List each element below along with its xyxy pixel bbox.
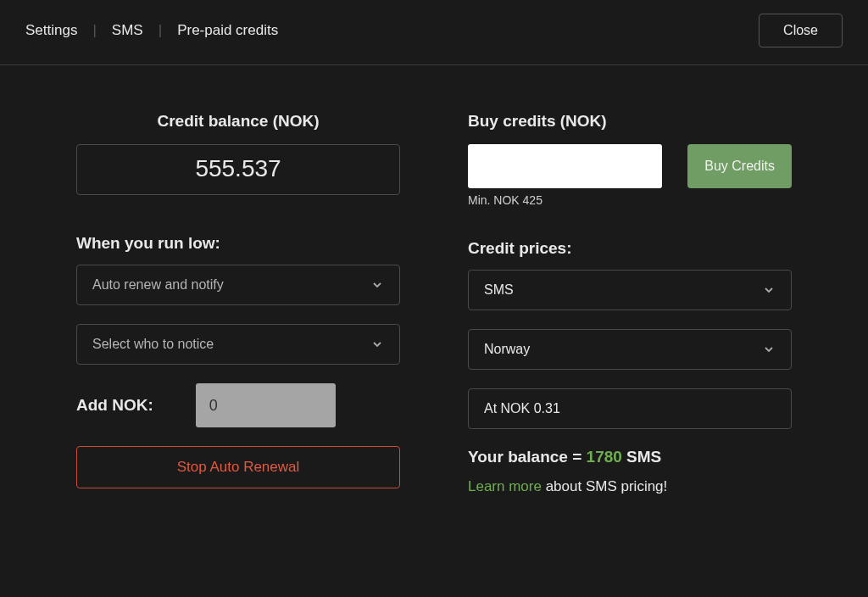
buy-credits-button[interactable]: Buy Credits bbox=[687, 144, 792, 188]
add-nok-input[interactable] bbox=[196, 383, 336, 427]
breadcrumb-prepaid[interactable]: Pre-paid credits bbox=[177, 22, 278, 39]
learn-more-line: Learn more about SMS pricing! bbox=[468, 478, 792, 495]
chevron-down-icon bbox=[762, 343, 776, 356]
breadcrumb-sms[interactable]: SMS bbox=[112, 22, 143, 39]
close-button[interactable]: Close bbox=[759, 14, 843, 47]
credit-balance-value: 555.537 bbox=[76, 144, 400, 195]
balance-sms-line: Your balance = 1780 SMS bbox=[468, 448, 792, 466]
credit-prices-label: Credit prices: bbox=[468, 239, 792, 258]
add-nok-label: Add NOK: bbox=[76, 396, 153, 415]
price-type-value: SMS bbox=[484, 282, 514, 298]
price-country-value: Norway bbox=[484, 342, 530, 357]
notice-select[interactable]: Select who to notice bbox=[76, 324, 400, 365]
learn-more-link[interactable]: Learn more bbox=[468, 478, 542, 494]
price-country-select[interactable]: Norway bbox=[468, 329, 792, 370]
stop-auto-renewal-button[interactable]: Stop Auto Renewal bbox=[76, 446, 400, 488]
balance-sms-count: 1780 bbox=[587, 448, 622, 466]
buy-credits-input[interactable] bbox=[468, 144, 662, 188]
chevron-down-icon bbox=[370, 278, 384, 292]
chevron-down-icon bbox=[370, 338, 384, 351]
price-rate-box: At NOK 0.31 bbox=[468, 388, 792, 429]
breadcrumb: Settings | SMS | Pre-paid credits bbox=[25, 22, 278, 39]
buy-credits-title: Buy credits (NOK) bbox=[468, 112, 792, 131]
autorenew-select[interactable]: Auto renew and notify bbox=[76, 265, 400, 305]
credit-balance-title: Credit balance (NOK) bbox=[76, 112, 400, 131]
notice-select-value: Select who to notice bbox=[92, 337, 214, 352]
autorenew-select-value: Auto renew and notify bbox=[92, 277, 224, 293]
breadcrumb-settings[interactable]: Settings bbox=[25, 22, 77, 39]
chevron-down-icon bbox=[762, 283, 776, 297]
price-type-select[interactable]: SMS bbox=[468, 270, 792, 310]
breadcrumb-separator: | bbox=[92, 22, 96, 39]
breadcrumb-separator: | bbox=[159, 22, 162, 39]
min-credit-hint: Min. NOK 425 bbox=[468, 193, 792, 207]
runlow-label: When you run low: bbox=[76, 234, 400, 253]
